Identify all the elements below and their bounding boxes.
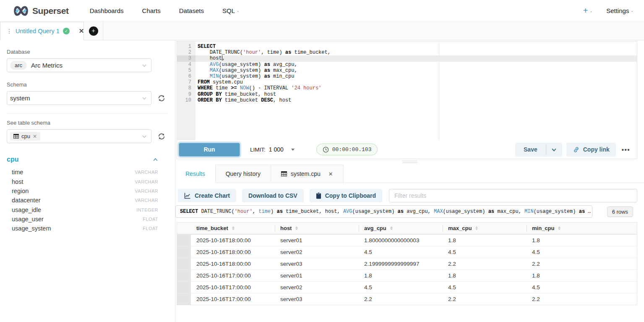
sort-icon[interactable] <box>558 226 561 230</box>
nav-sql[interactable]: SQL· <box>213 7 248 14</box>
sort-icon[interactable] <box>475 226 478 230</box>
add-query-tab-button[interactable]: + <box>89 26 98 36</box>
editor-code[interactable]: SELECT DATE_TRUNC('hour', time) as time_… <box>196 42 637 140</box>
code-line: WHERE time >= NOW() - INTERVAL '24 hours… <box>198 85 637 91</box>
column-header-avg_cpu[interactable]: avg_cpu <box>359 223 443 234</box>
table-cell: server03 <box>275 258 359 270</box>
table-row[interactable]: 2025-10-16T18:00:00server011.80000000000… <box>177 234 637 246</box>
table-panel-title: cpu <box>7 156 18 163</box>
tab-results[interactable]: Results <box>175 165 216 183</box>
refresh-schema-icon[interactable] <box>157 94 166 102</box>
code-segment: ) <box>271 209 276 215</box>
column-header-time_bucket[interactable]: time_bucket <box>191 223 275 234</box>
code-segment: AVG <box>343 209 352 215</box>
code-segment: SELECT <box>180 209 198 215</box>
table-header-row: time_buckethostavg_cpumax_cpumin_cpu <box>177 223 637 234</box>
table-cell: server01 <box>275 235 359 246</box>
refresh-tables-icon[interactable] <box>157 132 166 141</box>
line-number: 3 <box>177 55 196 61</box>
code-segment: host <box>198 55 222 61</box>
sort-icon[interactable] <box>390 226 393 230</box>
column-row-time[interactable]: timeVARCHAR <box>7 168 168 177</box>
query-tab-close-icon[interactable]: ✕ <box>79 27 84 35</box>
column-header-max_cpu[interactable]: max_cpu <box>443 223 527 234</box>
create-chart-button[interactable]: Create Chart <box>178 189 236 202</box>
infinity-logo-icon <box>13 5 29 16</box>
tab-table-preview[interactable]: system.cpu ✕ <box>271 165 344 183</box>
tab-drag-handle-icon[interactable]: ⋮ <box>6 28 12 34</box>
sql-lab-app: Superset Dashboards Charts Datasets SQL·… <box>0 0 644 322</box>
nav-charts[interactable]: Charts <box>133 7 170 14</box>
nav-datasets[interactable]: Datasets <box>170 7 213 14</box>
code-line: MAX(usage_system) as max_cpu, <box>198 68 637 73</box>
save-button[interactable]: Save <box>515 143 546 157</box>
sidebar-divider <box>7 113 168 114</box>
column-row-datacenter[interactable]: datacenterVARCHAR <box>7 196 168 205</box>
code-line: DATE_TRUNC('hour', time) as time_bucket, <box>198 50 637 55</box>
table-row[interactable]: 2025-10-16T17:00:00server011.81.81.8 <box>177 270 637 281</box>
top-navbar: Superset Dashboards Charts Datasets SQL·… <box>0 0 644 22</box>
table-row[interactable]: 2025-10-16T18:00:00server024.54.54.5 <box>177 246 637 258</box>
new-item-button[interactable]: +· <box>583 6 592 16</box>
table-row[interactable]: 2025-10-16T18:00:00server032.19999999999… <box>177 258 637 270</box>
copy-link-button[interactable]: Copy link <box>566 143 616 157</box>
save-dropdown-button[interactable] <box>546 143 562 157</box>
code-segment <box>198 68 210 73</box>
column-header-label: host <box>280 225 292 231</box>
settings-menu[interactable]: Settings· <box>606 7 633 14</box>
code-segment: DESC <box>261 97 273 103</box>
pane-resize-handle[interactable] <box>175 159 644 165</box>
column-row-usage_idle[interactable]: usage_idleINTEGER <box>7 205 168 215</box>
sql-editor[interactable]: 12345678910 SELECT DATE_TRUNC('hour', ti… <box>177 42 637 140</box>
code-segment: time_bucket, host <box>222 92 276 97</box>
code-segment: (usage_system) <box>219 62 264 68</box>
table-row[interactable]: 2025-10-16T17:00:00server024.54.54.5 <box>177 281 637 293</box>
clipboard-icon <box>316 192 321 199</box>
sort-icon[interactable] <box>295 226 298 230</box>
code-segment: as <box>579 209 585 215</box>
create-chart-label: Create Chart <box>195 192 230 199</box>
download-csv-button[interactable]: Download to CSV <box>242 189 304 202</box>
column-row-usage_user[interactable]: usage_userFLOAT <box>7 215 168 224</box>
column-header-label: time_bucket <box>196 225 228 231</box>
filter-results-input[interactable] <box>389 189 637 202</box>
copy-clipboard-button[interactable]: Copy to Clipboard <box>310 189 382 202</box>
code-segment: DATE_TRUNC( <box>198 209 234 215</box>
column-row-usage_system[interactable]: usage_systemFLOAT <box>7 224 168 233</box>
line-number: 6 <box>177 73 191 79</box>
column-name: region <box>12 188 29 194</box>
more-actions-button[interactable]: ••• <box>620 146 632 153</box>
column-header-host[interactable]: host <box>275 223 359 234</box>
table-row[interactable]: 2025-10-16T17:00:00server032.22.22.2 <box>177 293 637 305</box>
nav-dashboards[interactable]: Dashboards <box>81 7 133 14</box>
column-row-region[interactable]: regionVARCHAR <box>7 186 168 196</box>
sort-icon[interactable] <box>232 226 235 230</box>
row-index-cell <box>177 270 191 281</box>
code-segment: (usage_system) <box>534 209 579 215</box>
database-select[interactable]: arc Arc Metrics <box>7 58 151 72</box>
query-tab[interactable]: ⋮ Untitled Query 1 ✓ ✕ <box>0 22 84 40</box>
run-button[interactable]: Run <box>179 143 240 157</box>
superset-logo[interactable]: Superset <box>13 5 69 16</box>
column-name: time <box>12 169 23 175</box>
limit-dropdown[interactable]: LIMIT: 1 000 <box>250 146 295 153</box>
code-segment <box>198 73 210 79</box>
remove-table-icon[interactable]: ✕ <box>33 134 37 139</box>
code-segment: >= <box>231 85 237 91</box>
table-tag[interactable]: cpu ✕ <box>10 132 40 141</box>
column-row-host[interactable]: hostVARCHAR <box>7 177 168 186</box>
tab-query-history[interactable]: Query history <box>216 165 271 183</box>
close-table-preview-icon[interactable]: ✕ <box>329 171 333 177</box>
row-index-cell <box>177 293 191 305</box>
content-split: Database arc Arc Metrics Schema system <box>0 40 644 322</box>
code-segment: as <box>276 209 282 215</box>
column-header-min_cpu[interactable]: min_cpu <box>527 223 637 234</box>
row-index-cell <box>177 235 191 246</box>
timer-value: 00:00:00.103 <box>332 147 372 153</box>
code-segment <box>198 62 210 68</box>
schema-select[interactable]: system <box>7 91 151 105</box>
table-select[interactable]: cpu ✕ <box>7 129 151 143</box>
collapse-table-icon[interactable] <box>153 157 158 162</box>
query-tab-bar: ⋮ Untitled Query 1 ✓ ✕ + <box>0 22 644 40</box>
table-schema-label: See table schema <box>7 120 168 126</box>
